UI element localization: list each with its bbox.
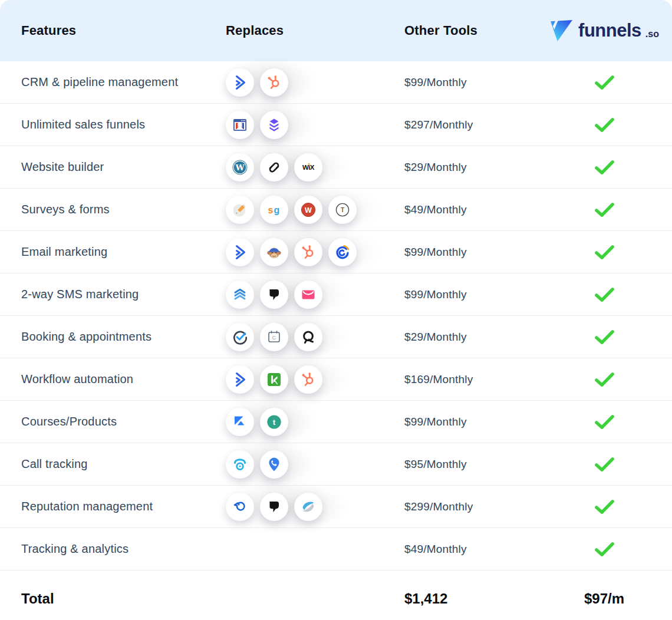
acuity-icon — [294, 323, 322, 351]
callrail-icon — [226, 450, 254, 479]
table-body: CRM & pipeline management $99/Monthly Un… — [0, 61, 672, 570]
keap-icon — [260, 365, 288, 394]
replaced-tools — [226, 486, 404, 527]
clickfunnels-icon — [226, 111, 254, 139]
replaced-tools — [226, 528, 404, 570]
call-pin-icon — [260, 450, 288, 479]
hubspot-icon — [260, 68, 288, 97]
booking-check-icon — [226, 323, 254, 351]
funnels-total: $97/m — [584, 591, 624, 607]
pink-envelope-icon — [294, 281, 322, 309]
table-row: Booking & appointments C $29/Monthly — [0, 315, 672, 358]
other-tools-header: Other Tools — [404, 23, 477, 38]
other-tools-price: $299/Monthly — [404, 500, 473, 513]
sms-chevrons-icon — [226, 281, 254, 309]
other-tools-price: $49/Monthly — [404, 543, 467, 555]
leadpages-icon — [260, 111, 288, 139]
calendar-c-icon: C — [260, 323, 288, 351]
svg-text:T: T — [341, 206, 345, 213]
replaced-tools: C — [226, 316, 404, 358]
table-row: CRM & pipeline management $99/Monthly — [0, 61, 672, 103]
kajabi-icon — [226, 408, 254, 436]
feature-label: Website builder — [21, 160, 104, 173]
feature-label: CRM & pipeline management — [21, 75, 178, 88]
svg-text:t: t — [273, 418, 276, 427]
check-icon — [595, 202, 614, 217]
activecampaign-icon — [226, 238, 254, 266]
feature-label: Workflow automation — [21, 372, 133, 385]
squarespace-icon — [260, 153, 288, 182]
feature-label: Unlimited sales funnels — [21, 118, 145, 131]
funnel-icon — [549, 19, 573, 42]
other-tools-price: $95/Monthly — [404, 458, 467, 470]
table-row: Workflow automation $169/Monthly — [0, 358, 672, 400]
other-tools-price: $29/Monthly — [404, 331, 467, 343]
constant-contact-icon — [328, 238, 357, 266]
brand-name: funnels — [578, 20, 641, 41]
surveygizmo-icon: sg — [260, 196, 288, 224]
podium-quote-icon — [260, 281, 288, 309]
swoosh-circle-icon — [294, 493, 322, 521]
svg-text:W: W — [305, 206, 312, 214]
feature-label: Courses/Products — [21, 415, 117, 428]
feature-label: Email marketing — [21, 245, 107, 258]
table-row: Courses/Products t $99/Monthly — [0, 400, 672, 443]
svg-text:WiX: WiX — [302, 164, 315, 171]
features-header: Features — [21, 23, 76, 38]
replaced-tools — [226, 104, 404, 146]
replaced-tools — [226, 273, 404, 315]
check-icon — [595, 75, 614, 90]
feature-label: Reputation management — [21, 500, 153, 513]
check-icon — [595, 414, 614, 430]
table-row: 2-way SMS marketing $99/Monthly — [0, 273, 672, 315]
table-row: Tracking & analytics $49/Monthly — [0, 527, 672, 570]
birdeye-icon — [226, 493, 254, 521]
other-tools-price: $49/Monthly — [404, 203, 467, 216]
check-icon — [595, 329, 614, 345]
other-tools-price: $99/Monthly — [404, 415, 467, 428]
check-icon — [595, 245, 614, 260]
feature-label: Surveys & forms — [21, 203, 110, 216]
wufoo-icon: W — [294, 196, 322, 224]
other-tools-price: $99/Monthly — [404, 288, 467, 301]
brand-tld: .so — [645, 29, 659, 42]
svg-text:g: g — [274, 205, 280, 215]
podium-quote-icon — [260, 493, 288, 521]
mailchimp-icon — [260, 238, 288, 266]
comparison-table: Features Replaces Other Tools funnels.s — [0, 0, 672, 620]
feature-label: 2-way SMS marketing — [21, 288, 139, 301]
total-row: Total $1,412 $97/m — [0, 570, 672, 620]
check-icon — [595, 160, 614, 175]
table-row: Reputation management $299/Monthly — [0, 485, 672, 527]
wix-icon: WiX — [294, 153, 322, 182]
check-icon — [595, 457, 614, 472]
check-icon — [595, 287, 614, 302]
table-row: Unlimited sales funnels $297/Monthly — [0, 103, 672, 146]
replaced-tools — [226, 443, 404, 485]
check-icon — [595, 372, 614, 387]
svg-text:W: W — [235, 162, 245, 172]
hubspot-icon — [294, 238, 322, 266]
replaced-tools — [226, 358, 404, 400]
other-tools-price: $29/Monthly — [404, 161, 467, 173]
svg-text:s: s — [268, 205, 274, 215]
table-row: Email marketing $99/Monthly — [0, 230, 672, 273]
svg-text:C: C — [272, 334, 276, 341]
replaced-tools: sgWT — [226, 189, 404, 230]
check-icon — [595, 499, 614, 515]
hubspot-icon — [294, 365, 322, 394]
other-tools-price: $99/Monthly — [404, 76, 467, 88]
replaced-tools — [226, 231, 404, 273]
table-row: Call tracking $95/Monthly — [0, 443, 672, 485]
table-header: Features Replaces Other Tools funnels.s — [0, 0, 672, 61]
feature-label: Call tracking — [21, 457, 88, 470]
table-row: Website builder WWiX $29/Monthly — [0, 146, 672, 188]
replaced-tools: t — [226, 401, 404, 443]
total-label: Total — [21, 591, 54, 606]
teachable-icon: t — [260, 408, 288, 436]
feature-label: Booking & appointments — [21, 330, 151, 343]
other-tools-total: $1,412 — [404, 591, 447, 606]
other-tools-price: $297/Monthly — [404, 118, 473, 131]
activecampaign-icon — [226, 68, 254, 97]
activecampaign-icon — [226, 365, 254, 394]
